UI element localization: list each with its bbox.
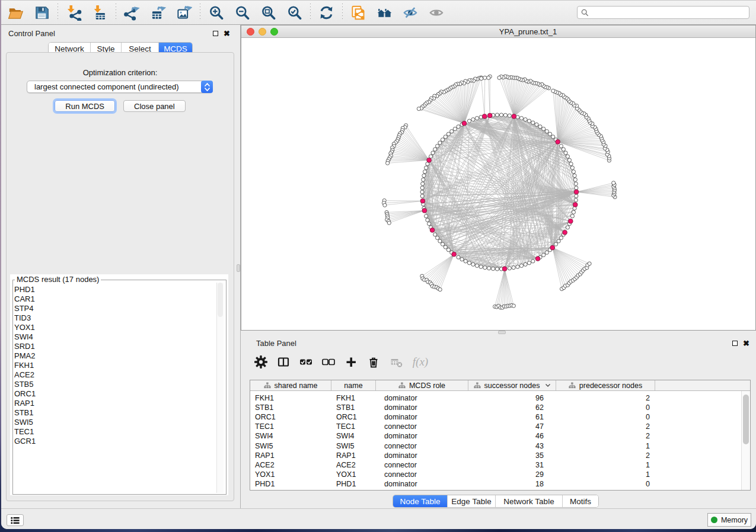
graph-node[interactable] xyxy=(495,267,499,271)
graph-node[interactable] xyxy=(421,182,425,185)
graph-node[interactable] xyxy=(566,226,569,229)
table-row[interactable]: YOX1YOX1connector291 xyxy=(250,470,750,479)
mcds-result-item[interactable]: STP4 xyxy=(14,304,215,313)
close-panel-icon[interactable]: ✖ xyxy=(224,31,230,36)
graph-node[interactable] xyxy=(428,222,431,226)
graph-node[interactable] xyxy=(572,210,575,214)
graph-node[interactable] xyxy=(471,118,475,121)
graph-leaf-node[interactable] xyxy=(383,203,387,207)
open-button[interactable] xyxy=(2,1,28,24)
column-header-name[interactable]: name xyxy=(331,380,376,390)
mcds-result-scrollbar[interactable] xyxy=(216,283,224,493)
graph-node[interactable] xyxy=(479,265,483,268)
graph-node[interactable] xyxy=(575,186,578,190)
graph-leaf-node[interactable] xyxy=(387,221,391,225)
export-table-button[interactable] xyxy=(145,1,171,24)
graph-node[interactable] xyxy=(441,138,444,142)
mcds-result-item[interactable]: SWI5 xyxy=(14,418,215,427)
refresh-button[interactable] xyxy=(313,1,339,24)
graph-dominator-node[interactable] xyxy=(427,158,432,162)
graph-node[interactable] xyxy=(460,258,464,261)
graph-node[interactable] xyxy=(444,245,447,249)
graph-leaf-node[interactable] xyxy=(512,304,515,307)
close-panel-button[interactable]: Close panel xyxy=(123,100,186,112)
graph-node[interactable] xyxy=(426,218,429,222)
graph-dominator-node[interactable] xyxy=(574,190,579,194)
graph-node[interactable] xyxy=(531,121,535,124)
graph-leaf-node[interactable] xyxy=(612,181,615,185)
graph-node[interactable] xyxy=(551,135,555,139)
mcds-result-item[interactable]: SRD1 xyxy=(14,342,215,351)
graph-node[interactable] xyxy=(570,214,574,218)
table-row[interactable]: ACE2ACE2connector311 xyxy=(250,460,750,470)
network-graph[interactable] xyxy=(241,38,755,330)
graph-node[interactable] xyxy=(545,251,548,254)
graph-node[interactable] xyxy=(527,261,531,265)
graph-node[interactable] xyxy=(542,253,546,257)
graph-leaf-node[interactable] xyxy=(438,288,442,291)
graph-dominator-node[interactable] xyxy=(430,228,435,233)
table-row[interactable]: STB1STB1dominator620 xyxy=(250,403,750,412)
graph-node[interactable] xyxy=(559,236,563,239)
add-column-button[interactable] xyxy=(340,351,362,373)
graph-dominator-node[interactable] xyxy=(420,198,425,203)
graph-node[interactable] xyxy=(531,259,535,263)
vertical-splitter-grip[interactable] xyxy=(237,264,240,272)
graph-leaf-node[interactable] xyxy=(497,76,501,79)
graph-node[interactable] xyxy=(548,132,552,136)
graph-dominator-node[interactable] xyxy=(535,257,540,261)
tab-network-table[interactable]: Network Table xyxy=(496,495,563,507)
graph-dominator-node[interactable] xyxy=(422,209,427,213)
graph-node[interactable] xyxy=(475,264,479,267)
graph-node[interactable] xyxy=(431,151,435,155)
mcds-result-list[interactable]: PHD1CAR1STP4TID3YOX1SWI4SRD1PMA2FKH1ACE2… xyxy=(14,285,215,493)
column-header-shared-name[interactable]: shared name xyxy=(250,380,331,390)
zoom-out-button[interactable] xyxy=(229,1,255,24)
mcds-result-item[interactable]: GCR1 xyxy=(14,437,215,446)
graph-node[interactable] xyxy=(574,198,578,202)
float-table-panel-icon[interactable] xyxy=(732,341,738,346)
graph-dominator-node[interactable] xyxy=(568,219,573,223)
graph-node[interactable] xyxy=(538,125,542,129)
graph-dominator-node[interactable] xyxy=(563,230,567,235)
mcds-scrollbar-thumb[interactable] xyxy=(218,283,223,317)
search-box[interactable] xyxy=(577,6,749,19)
graph-dominator-node[interactable] xyxy=(502,267,507,271)
graph-node[interactable] xyxy=(467,261,471,265)
columns-button[interactable] xyxy=(272,351,295,373)
table-row[interactable]: TEC1TEC1connector472 xyxy=(250,422,750,431)
graph-node[interactable] xyxy=(420,190,424,194)
graph-node[interactable] xyxy=(508,114,511,117)
graph-node[interactable] xyxy=(422,178,425,181)
graph-dominator-node[interactable] xyxy=(487,113,492,118)
graph-node[interactable] xyxy=(467,119,471,123)
graph-node[interactable] xyxy=(573,178,577,181)
mcds-result-item[interactable]: ORC1 xyxy=(14,389,215,399)
graph-node[interactable] xyxy=(457,255,460,259)
show-all-button[interactable] xyxy=(423,1,449,24)
horizontal-splitter-grip[interactable] xyxy=(498,331,506,334)
graph-node[interactable] xyxy=(475,116,479,120)
graph-node[interactable] xyxy=(567,158,571,162)
graph-node[interactable] xyxy=(554,242,557,246)
window-close-icon[interactable] xyxy=(247,28,254,36)
table-row[interactable]: RAP1RAP1dominator352 xyxy=(250,451,750,460)
graph-node[interactable] xyxy=(453,127,457,131)
graph-leaf-node[interactable] xyxy=(551,89,555,92)
mcds-result-item[interactable]: PMA2 xyxy=(14,351,215,361)
graph-node[interactable] xyxy=(559,144,563,148)
run-mcds-button[interactable]: Run MCDS xyxy=(55,100,115,112)
column-header-MCDS-role[interactable]: MCDS role xyxy=(376,380,468,390)
graph-node[interactable] xyxy=(570,166,574,169)
tab-edge-table[interactable]: Edge Table xyxy=(448,495,496,507)
column-header-successor-nodes[interactable]: successor nodes xyxy=(468,380,556,390)
copy-network-button[interactable] xyxy=(345,1,371,24)
graph-node[interactable] xyxy=(464,259,467,263)
graph-dominator-node[interactable] xyxy=(482,114,487,119)
graph-node[interactable] xyxy=(516,265,519,268)
table-row[interactable]: SWI4SWI4dominator462 xyxy=(250,431,750,441)
mcds-result-item[interactable]: STB5 xyxy=(14,380,215,389)
table-row[interactable]: PHD1PHD1dominator180 xyxy=(250,479,750,489)
graph-leaf-node[interactable] xyxy=(483,76,487,79)
graph-node[interactable] xyxy=(487,267,491,270)
